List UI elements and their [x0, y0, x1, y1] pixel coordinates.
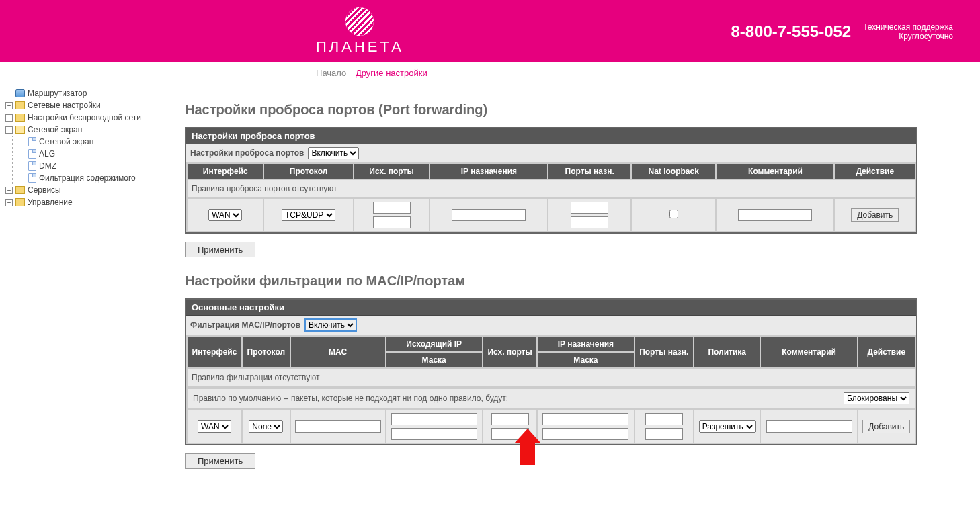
filter-default-rule-text: Правило по умолчанию -- пакеты, которые …: [193, 394, 508, 403]
filter-proto-select[interactable]: None: [249, 420, 283, 433]
portfwd-title: Настройки проброса портов (Port forwardi…: [185, 102, 917, 118]
filter-comment[interactable]: [766, 420, 852, 433]
portfwd-panel: Настройки проброса портов Настройки проб…: [185, 127, 917, 234]
portfwd-toggle-select[interactable]: Включить: [308, 147, 359, 159]
filter-mac-input[interactable]: [295, 420, 381, 433]
expand-icon[interactable]: +: [5, 187, 13, 194]
portfwd-iface-select[interactable]: WAN: [208, 209, 242, 221]
logo: ПЛАНЕТА: [316, 7, 404, 56]
tree-item-label: Сетевой экран: [28, 125, 82, 134]
col-dstip: IP назначения: [538, 337, 633, 351]
portfwd-empty: Правила проброса портов отсутствуют: [188, 180, 915, 197]
portfwd-proto-select[interactable]: TCP&UDP: [282, 209, 335, 221]
support-line2: Круглосуточно: [863, 32, 953, 41]
filter-dstport-from[interactable]: [645, 413, 683, 425]
filter-input-row: WAN None Разрешить Добавить: [188, 410, 915, 443]
portfwd-dstport-to[interactable]: [571, 216, 608, 228]
col-dstports: Порты назн.: [635, 337, 694, 367]
content-area: Настройки проброса портов (Port forwardi…: [178, 83, 944, 512]
portfwd-input-row: WAN TCP&UDP Добавить: [188, 199, 915, 231]
expand-icon[interactable]: +: [5, 114, 13, 122]
portfwd-srcport-from[interactable]: [373, 202, 411, 214]
col-iface: Интерфейс: [188, 164, 263, 179]
tree-network[interactable]: + Сетевые настройки: [5, 99, 173, 112]
phone-number: 8-800-7-555-052: [731, 22, 851, 41]
portfwd-add-button[interactable]: Добавить: [851, 208, 899, 222]
filter-iface-select[interactable]: WAN: [198, 420, 231, 433]
tree-item-label: Сетевые настройки: [28, 101, 101, 110]
folder-icon: [15, 114, 25, 122]
portfwd-dstip[interactable]: [452, 209, 526, 221]
collapse-icon[interactable]: −: [5, 126, 13, 134]
filter-title: Настройки фильтрации по MAC/IP/портам: [185, 273, 917, 289]
portfwd-comment[interactable]: [738, 209, 812, 221]
tree-item-label: ALG: [39, 149, 55, 159]
filter-policy-select[interactable]: Разрешить: [699, 420, 756, 433]
tree-root[interactable]: Маршрутизатор: [5, 87, 173, 99]
filter-empty: Правила фильтрации отсутствуют: [188, 369, 915, 386]
expand-icon[interactable]: +: [5, 199, 13, 206]
portfwd-nat-checkbox[interactable]: [669, 210, 678, 218]
tree-item-label: Фильтрация содержимого: [39, 173, 136, 183]
col-srcports: Исх. порты: [354, 164, 430, 179]
page-icon: [28, 173, 36, 183]
logo-icon: [345, 7, 374, 36]
filter-apply-button[interactable]: Применить: [185, 453, 255, 469]
col-proto: Протокол: [243, 337, 290, 367]
filter-srcmask-input[interactable]: [391, 428, 477, 440]
col-dstip: IP назначения: [430, 164, 547, 179]
folder-icon: [15, 198, 25, 206]
tree-item-label: Сетевой экран: [39, 137, 93, 146]
breadcrumb-home[interactable]: Начало: [316, 68, 346, 78]
portfwd-table: Интерфейс Протокол Исх. порты IP назначе…: [186, 163, 916, 232]
col-policy: Политика: [694, 337, 760, 367]
support-line1: Техническая поддержка: [863, 22, 953, 32]
breadcrumb-current: Другие настройки: [356, 68, 427, 78]
tree-management[interactable]: + Управление: [5, 196, 173, 208]
col-action: Действие: [858, 337, 915, 367]
portfwd-panel-title: Настройки проброса портов: [186, 128, 916, 144]
col-proto: Протокол: [264, 164, 352, 179]
col-srcmask: Маска: [386, 353, 482, 367]
filter-add-button[interactable]: Добавить: [862, 420, 910, 433]
filter-dstip-input[interactable]: [542, 413, 628, 425]
breadcrumb: Начало Другие настройки: [0, 62, 980, 83]
tree-firewall[interactable]: − Сетевой экран: [5, 124, 173, 136]
expand-icon[interactable]: +: [5, 102, 13, 109]
folder-icon: [15, 101, 25, 109]
arrow-annotation: [514, 429, 541, 465]
top-header: ПЛАНЕТА 8-800-7-555-052 Техническая подд…: [0, 0, 980, 62]
col-action: Действие: [835, 164, 915, 179]
page-icon: [28, 161, 36, 171]
tree-dmz[interactable]: DMZ: [18, 160, 173, 172]
tree-firewall-sub[interactable]: Сетевой экран: [18, 136, 173, 148]
brand-text: ПЛАНЕТА: [316, 38, 404, 56]
tree-item-label: DMZ: [39, 161, 56, 171]
tree-alg[interactable]: ALG: [18, 148, 173, 160]
filter-dstport-to[interactable]: [645, 428, 683, 440]
portfwd-srcport-to[interactable]: [373, 216, 411, 228]
filter-panel: Основные настройки Фильтрация MAC/IP/пор…: [185, 298, 917, 445]
tree-root-label: Маршрутизатор: [28, 89, 87, 98]
sidebar: Маршрутизатор + Сетевые настройки + Наст…: [0, 83, 178, 512]
portfwd-apply-button[interactable]: Применить: [185, 242, 255, 257]
filter-table: Интерфейс Протокол MAC Исходящий IP Исх.…: [186, 335, 916, 444]
col-srcports: Исх. порты: [483, 337, 537, 367]
filter-toggle-label: Фильтрация MAC/IP/портов: [190, 320, 300, 330]
page-icon: [28, 149, 36, 159]
tree-item-label: Настройки беспроводной сети: [28, 113, 141, 122]
filter-default-rule-select[interactable]: Блокированы: [844, 392, 909, 404]
tree-services[interactable]: + Сервисы: [5, 184, 173, 196]
portfwd-dstport-from[interactable]: [571, 202, 608, 214]
col-srcip: Исходящий IP: [386, 337, 482, 351]
tree-wireless[interactable]: + Настройки беспроводной сети: [5, 112, 173, 124]
col-mac: MAC: [291, 337, 385, 367]
filter-srcip-input[interactable]: [391, 413, 477, 425]
col-dstmask: Маска: [538, 353, 633, 367]
support-block: 8-800-7-555-052 Техническая поддержка Кр…: [731, 22, 953, 41]
filter-toggle-select[interactable]: Включить: [304, 318, 357, 332]
tree-item-label: Сервисы: [28, 185, 61, 195]
filter-dstmask-input[interactable]: [542, 428, 628, 440]
tree-content-filter[interactable]: Фильтрация содержимого: [18, 172, 173, 184]
filter-srcport-from[interactable]: [491, 413, 529, 425]
